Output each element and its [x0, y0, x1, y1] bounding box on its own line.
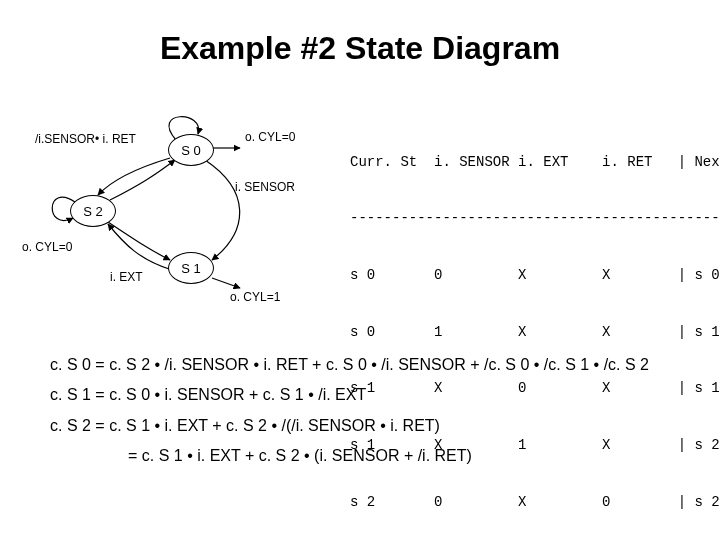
edge-s0-s1-label: i. SENSOR [235, 180, 295, 194]
state-s2: S 2 [70, 195, 116, 227]
state-s1: S 1 [168, 252, 214, 284]
slide: Example #2 State Diagram [0, 0, 720, 540]
edge-s0-out-label: o. CYL=0 [245, 130, 295, 144]
table-row: s 0 0 X X | s 0 [350, 266, 720, 285]
equations: c. S 0 = c. S 2 • /i. SENSOR • i. RET + … [50, 350, 649, 472]
table-row: s 0 1 X X | s 1 [350, 323, 720, 342]
edge-s1-s2-label: i. EXT [110, 270, 143, 284]
edge-s0-self-label: /i.SENSOR• i. RET [35, 132, 136, 146]
table-divider: ----------------------------------------… [350, 209, 720, 228]
state-s0-label: S 0 [181, 143, 201, 158]
edge-s2-self-label: o. CYL=0 [22, 240, 72, 254]
edge-s1-out-label: o. CYL=1 [230, 290, 280, 304]
equation-cs2-alt: = c. S 1 • i. EXT + c. S 2 • (i. SENSOR … [50, 441, 649, 471]
equation-cs1: c. S 1 = c. S 0 • i. SENSOR + c. S 1 • /… [50, 380, 649, 410]
table-row: s 2 0 X 0 | s 2 [350, 493, 720, 512]
state-s1-label: S 1 [181, 261, 201, 276]
table-header: Curr. St i. SENSOR i. EXT i. RET | Next.… [350, 153, 720, 172]
truth-table: Curr. St i. SENSOR i. EXT i. RET | Next.… [350, 115, 720, 540]
page-title: Example #2 State Diagram [0, 30, 720, 67]
state-diagram: S 0 S 2 S 1 /i.SENSOR• i. RET o. CYL=0 i… [40, 110, 320, 310]
state-s2-label: S 2 [83, 204, 103, 219]
equation-cs0: c. S 0 = c. S 2 • /i. SENSOR • i. RET + … [50, 350, 649, 380]
state-s0: S 0 [168, 134, 214, 166]
equation-cs2: c. S 2 = c. S 1 • i. EXT + c. S 2 • /(/i… [50, 411, 649, 441]
